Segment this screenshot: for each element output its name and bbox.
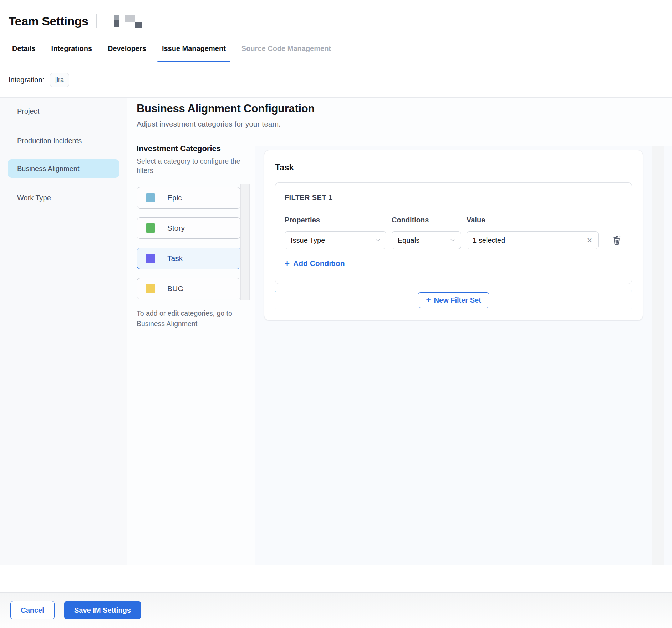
conditions-header: Conditions <box>392 216 461 224</box>
value-select[interactable]: 1 selected ✕ <box>467 231 599 249</box>
tab-developers[interactable]: Developers <box>103 35 151 62</box>
team-settings-page: Team Settings Details Integrations Devel… <box>0 0 672 628</box>
section-subtitle: Adjust investment categories for your te… <box>137 120 315 128</box>
condition-select[interactable]: Equals <box>392 231 461 249</box>
page-header: Team Settings Details Integrations Devel… <box>0 0 672 62</box>
title-separator <box>96 14 97 28</box>
add-condition-button[interactable]: + Add Condition <box>285 259 345 268</box>
footer-actions: Cancel Save IM Settings <box>0 592 672 628</box>
plus-icon: + <box>285 259 290 268</box>
add-condition-label: Add Condition <box>293 259 345 268</box>
new-filter-set-button[interactable]: + New Filter Set <box>418 292 489 308</box>
section-heading: Business Alignment Configuration Adjust … <box>137 102 315 128</box>
epic-color-swatch <box>146 193 155 202</box>
category-label: Task <box>167 254 183 263</box>
redacted-block <box>125 15 135 22</box>
panel-title: Task <box>275 163 632 173</box>
category-bug[interactable]: BUG <box>137 278 241 299</box>
tab-issue-management[interactable]: Issue Management <box>157 35 230 62</box>
page-scrollbar[interactable] <box>652 146 664 565</box>
categories-description: Select a category to configure the filte… <box>137 156 244 175</box>
settings-sidebar: Project Production Incidents Business Al… <box>0 98 127 565</box>
condition-select-value: Equals <box>398 236 449 244</box>
filter-row: Issue Type Equals 1 selected ✕ <box>285 231 622 249</box>
category-epic[interactable]: Epic <box>137 187 241 209</box>
cancel-button[interactable]: Cancel <box>10 601 55 619</box>
redacted-team-name <box>114 14 147 28</box>
tab-source-code-management[interactable]: Source Code Management <box>237 35 336 62</box>
filter-set-1: FILTER SET 1 Properties Conditions Value… <box>275 182 632 284</box>
filter-column-headers: Properties Conditions Value <box>285 216 622 224</box>
new-filter-set-label: New Filter Set <box>434 296 481 304</box>
filter-set-label: FILTER SET 1 <box>285 194 622 202</box>
investment-categories-column: Investment Categories Select a category … <box>137 144 241 329</box>
sidebar-item-project[interactable]: Project <box>8 102 119 120</box>
page-title: Team Settings <box>9 14 88 28</box>
redacted-block <box>114 15 119 27</box>
property-select-value: Issue Type <box>291 236 375 244</box>
tab-bar: Details Integrations Developers Issue Ma… <box>0 35 672 62</box>
redacted-block <box>135 22 142 28</box>
plus-icon: + <box>426 296 431 304</box>
delete-row-button[interactable] <box>612 235 622 246</box>
column-divider <box>255 146 255 565</box>
section-title: Business Alignment Configuration <box>137 102 315 115</box>
category-task[interactable]: Task <box>137 248 241 269</box>
categories-note: To add or edit categories, go to Busines… <box>137 308 244 329</box>
title-row: Team Settings <box>9 13 147 29</box>
category-story[interactable]: Story <box>137 217 241 239</box>
bottom-gap <box>0 565 672 592</box>
category-list-scrollbar[interactable] <box>240 184 250 300</box>
value-select-value: 1 selected <box>473 236 586 244</box>
trash-icon <box>612 235 622 246</box>
clear-x-icon[interactable]: ✕ <box>586 236 593 244</box>
task-filter-panel: Task FILTER SET 1 Properties Conditions … <box>264 150 643 320</box>
sidebar-item-work-type[interactable]: Work Type <box>8 189 119 207</box>
categories-heading: Investment Categories <box>137 144 241 153</box>
integration-row: Integration: jira <box>0 62 672 98</box>
new-filter-set-dropzone: + New Filter Set <box>275 290 632 310</box>
category-label: Story <box>167 224 185 232</box>
properties-header: Properties <box>285 216 386 224</box>
save-im-settings-button[interactable]: Save IM Settings <box>64 601 141 619</box>
tab-details[interactable]: Details <box>7 35 40 62</box>
value-header: Value <box>467 216 599 224</box>
integration-badge: jira <box>50 73 69 87</box>
sidebar-item-business-alignment[interactable]: Business Alignment <box>8 159 119 178</box>
tab-integrations[interactable]: Integrations <box>47 35 97 62</box>
category-label: Epic <box>167 194 182 202</box>
bug-color-swatch <box>146 284 155 293</box>
chevron-down-icon <box>449 237 456 243</box>
category-list: Epic Story Task BUG <box>137 187 241 299</box>
property-select[interactable]: Issue Type <box>285 231 386 249</box>
task-color-swatch <box>146 254 155 263</box>
category-label: BUG <box>167 284 184 293</box>
sidebar-item-production-incidents[interactable]: Production Incidents <box>8 132 119 150</box>
content-area: Project Production Incidents Business Al… <box>0 98 672 565</box>
chevron-down-icon <box>375 237 381 243</box>
story-color-swatch <box>146 223 155 233</box>
integration-label: Integration: <box>9 76 44 84</box>
